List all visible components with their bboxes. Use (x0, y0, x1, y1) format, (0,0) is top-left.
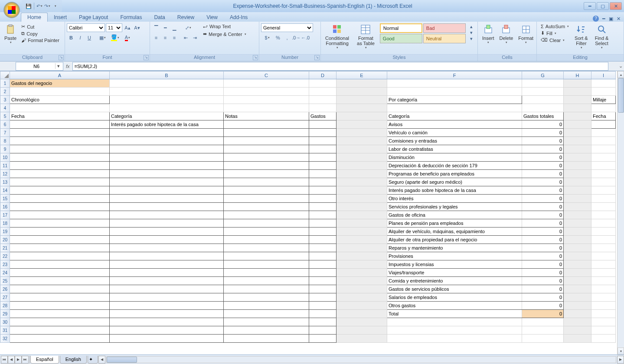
cell-C19[interactable] (224, 228, 309, 236)
cell-G1[interactable] (522, 79, 564, 88)
cell-B31[interactable] (110, 326, 224, 335)
styles-more-button[interactable]: ▾ (468, 36, 474, 42)
cell-D25[interactable] (309, 277, 337, 285)
cell-B28[interactable] (110, 302, 224, 310)
cell-D23[interactable] (309, 260, 337, 269)
cell-F4[interactable] (387, 104, 522, 112)
tab-review[interactable]: Review (171, 13, 200, 22)
cell-B24[interactable] (110, 269, 224, 277)
autosum-button[interactable]: ΣAutoSum (539, 23, 570, 29)
cell-A18[interactable] (10, 219, 110, 228)
cell-H14[interactable] (564, 186, 591, 195)
cell-H9[interactable] (564, 145, 591, 153)
cell-I2[interactable] (591, 88, 616, 96)
cell-F31[interactable] (387, 326, 522, 335)
row-header-17[interactable]: 17 (0, 211, 10, 219)
cell-C31[interactable] (224, 326, 309, 335)
cell-E31[interactable] (337, 326, 387, 335)
cell-F19[interactable]: Alquiler de vehículo, máquinas, equipami… (387, 228, 522, 236)
cell-B21[interactable] (110, 244, 224, 252)
cell-F14[interactable]: Interés pagado sobre hipoteca de la casa (387, 186, 522, 195)
cell-B32[interactable] (110, 335, 224, 343)
cell-B19[interactable] (110, 228, 224, 236)
cell-I15[interactable] (591, 195, 616, 203)
cell-style-normal[interactable]: Normal (380, 23, 422, 33)
cell-G23[interactable]: 0 (522, 260, 564, 269)
cell-H16[interactable] (564, 203, 591, 211)
cell-C29[interactable] (224, 310, 309, 318)
cell-A9[interactable] (10, 145, 110, 153)
cell-H23[interactable] (564, 260, 591, 269)
cell-D32[interactable] (309, 335, 337, 343)
cell-A1[interactable]: Gastos del negocio (10, 79, 110, 88)
maximize-button[interactable]: ▢ (597, 2, 609, 10)
cell-H31[interactable] (564, 326, 591, 335)
cell-G2[interactable] (522, 88, 564, 96)
cell-B2[interactable] (110, 88, 224, 96)
row-header-21[interactable]: 21 (0, 244, 10, 252)
cell-D17[interactable] (309, 211, 337, 219)
cell-A11[interactable] (10, 162, 110, 170)
cell-F27[interactable]: Salarios de empleados (387, 293, 522, 302)
cell-E30[interactable] (337, 318, 387, 326)
row-header-11[interactable]: 11 (0, 162, 10, 170)
cell-G19[interactable]: 0 (522, 228, 564, 236)
scroll-up-button[interactable]: ▴ (617, 71, 624, 78)
cell-G30[interactable] (522, 318, 564, 326)
prev-sheet-button[interactable]: ◀ (8, 356, 15, 364)
first-sheet-button[interactable]: ⏮ (1, 356, 8, 364)
cell-C6[interactable] (224, 120, 309, 129)
conditional-formatting-button[interactable]: Conditional Formatting (323, 23, 352, 50)
cell-I25[interactable] (591, 277, 616, 285)
cell-G5[interactable]: Gastos totales (522, 112, 564, 120)
cell-G3[interactable] (522, 96, 564, 104)
cell-I21[interactable] (591, 244, 616, 252)
cell-D31[interactable] (309, 326, 337, 335)
next-sheet-button[interactable]: ▶ (15, 356, 22, 364)
cell-I23[interactable] (591, 260, 616, 269)
cell-A13[interactable] (10, 178, 110, 186)
cell-D6[interactable] (309, 120, 337, 129)
cell-I29[interactable] (591, 310, 616, 318)
cell-E25[interactable] (337, 277, 387, 285)
cell-C17[interactable] (224, 211, 309, 219)
redo-icon[interactable]: ↷ (44, 3, 51, 10)
accounting-format-button[interactable]: $ (261, 33, 273, 42)
row-header-27[interactable]: 27 (0, 293, 10, 302)
cell-F18[interactable]: Planes de pensión para empleados (387, 219, 522, 228)
close-button[interactable]: ✕ (610, 2, 622, 10)
cell-H10[interactable] (564, 153, 591, 162)
cell-E6[interactable] (337, 120, 387, 129)
cell-B12[interactable] (110, 170, 224, 178)
cell-H19[interactable] (564, 228, 591, 236)
row-header-6[interactable]: 6 (0, 120, 10, 129)
cell-E7[interactable] (337, 129, 387, 137)
cell-G27[interactable]: 0 (522, 293, 564, 302)
cell-G31[interactable] (522, 326, 564, 335)
row-header-16[interactable]: 16 (0, 203, 10, 211)
tab-formulas[interactable]: Formulas (114, 13, 148, 22)
cell-B13[interactable] (110, 178, 224, 186)
cell-A10[interactable] (10, 153, 110, 162)
column-header-A[interactable]: A (10, 72, 110, 79)
cell-A15[interactable] (10, 195, 110, 203)
wrap-text-button[interactable]: ⮐Wrap Text (202, 23, 248, 29)
cell-C20[interactable] (224, 236, 309, 244)
cell-E24[interactable] (337, 269, 387, 277)
cell-B6[interactable]: Interés pagado sobre hipoteca de la casa (110, 120, 224, 129)
cell-E22[interactable] (337, 252, 387, 260)
cell-C2[interactable] (224, 88, 309, 96)
cell-D13[interactable] (309, 178, 337, 186)
cell-I31[interactable] (591, 326, 616, 335)
font-dialog-launcher[interactable]: ↘ (144, 55, 149, 60)
cell-E8[interactable] (337, 137, 387, 145)
cell-I8[interactable] (591, 137, 616, 145)
horizontal-scrollbar[interactable] (106, 356, 616, 363)
cell-H2[interactable] (564, 88, 591, 96)
cell-F30[interactable] (387, 318, 522, 326)
fill-button[interactable]: ⬇Fill (539, 30, 570, 36)
cell-I27[interactable] (591, 293, 616, 302)
cell-E4[interactable] (337, 104, 387, 112)
cell-G17[interactable]: 0 (522, 211, 564, 219)
cell-A5[interactable]: Fecha (10, 112, 110, 120)
